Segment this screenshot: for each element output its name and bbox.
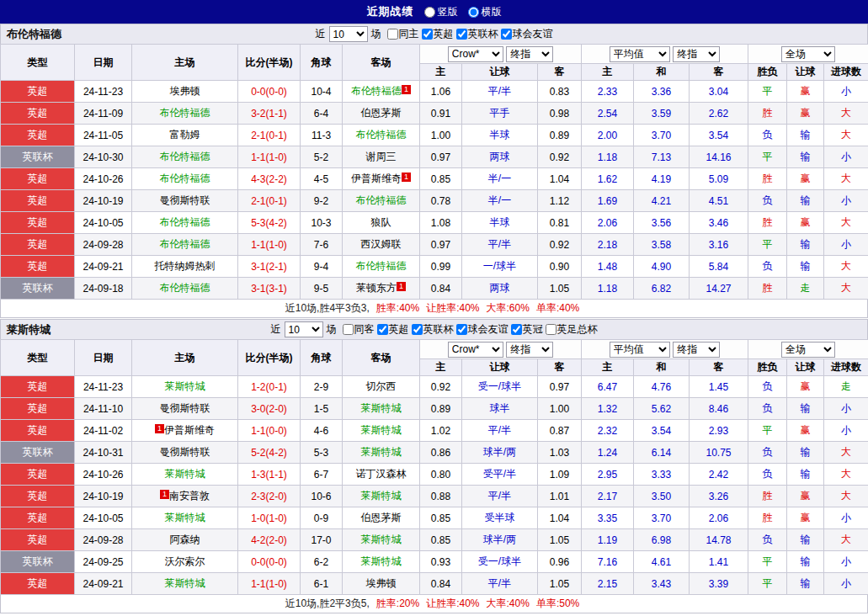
away-team[interactable]: 西汉姆联	[361, 238, 402, 250]
match-count-select[interactable]: 10	[285, 321, 323, 337]
away-team[interactable]: 狼队	[371, 216, 391, 228]
odds-handicap: 受一/球半	[462, 551, 538, 573]
league-filter[interactable]: 英超	[422, 27, 454, 41]
league-filter[interactable]: 英联杯	[412, 322, 454, 337]
result-handicap: 赢	[787, 168, 824, 190]
league-filter-checkbox[interactable]	[501, 29, 512, 40]
away-team[interactable]: 莱斯特城	[361, 446, 402, 458]
home-team[interactable]: 莱斯特城	[165, 468, 205, 480]
home-team[interactable]: 布伦特福德	[160, 216, 210, 228]
league-filter-checkbox[interactable]	[511, 324, 522, 335]
away-team-cell: 谢周三	[343, 146, 420, 168]
away-team[interactable]: 布伦特福德	[356, 260, 407, 272]
away-team[interactable]: 诺丁汉森林	[356, 468, 407, 480]
match-type: 英超	[1, 398, 75, 420]
odds-stage-select[interactable]: 终指	[506, 342, 553, 358]
league-badge: 英超	[28, 490, 48, 502]
away-team[interactable]: 埃弗顿	[366, 577, 397, 589]
result-handicap: 输	[787, 398, 824, 420]
odds-handicap: 受一/球半	[462, 376, 538, 398]
away-team[interactable]: 莱斯特城	[361, 490, 402, 502]
home-team[interactable]: 莱斯特城	[165, 577, 205, 589]
odds-company-select[interactable]: Crow*	[448, 46, 503, 62]
away-team[interactable]: 布伦特福德	[356, 194, 407, 206]
away-team[interactable]: 布伦特福德	[351, 85, 402, 97]
scope-select[interactable]: 全场	[781, 46, 835, 62]
away-team[interactable]: 莱顿东方	[356, 282, 397, 294]
scope-select[interactable]: 全场	[781, 342, 835, 358]
league-filter-checkbox[interactable]	[343, 324, 354, 335]
layout-option-vertical[interactable]: 竖版	[424, 5, 458, 19]
match-score: 0-0(0-0)	[238, 551, 301, 573]
league-filter[interactable]: 同客	[343, 322, 375, 337]
average-select[interactable]: 平均值	[610, 46, 670, 62]
match-count-select[interactable]: 10	[329, 26, 368, 42]
home-team[interactable]: 曼彻斯特联	[160, 194, 210, 206]
away-team[interactable]: 莱斯特城	[361, 424, 402, 436]
match-score: 1-1(1-0)	[238, 146, 301, 168]
home-team[interactable]: 埃弗顿	[170, 85, 200, 97]
league-filter[interactable]: 英冠	[511, 322, 543, 337]
league-filter[interactable]: 英足总杯	[546, 322, 598, 337]
away-team[interactable]: 布伦特福德	[356, 129, 407, 141]
odds-home: 0.85	[420, 168, 462, 190]
league-filter[interactable]: 球会友谊	[456, 322, 509, 337]
home-team-cell: 布伦特福德	[132, 278, 238, 300]
odds-stage-select[interactable]: 终指	[506, 46, 553, 62]
match-row: 英联杯 24-10-31 曼彻斯特联 5-2(4-2) 5-3 莱斯特城 0.8…	[1, 442, 868, 464]
away-team[interactable]: 莱斯特城	[361, 402, 402, 414]
col-header-score: 比分(半场)	[238, 340, 301, 376]
home-team[interactable]: 伊普斯维奇	[164, 424, 215, 436]
home-team[interactable]: 布伦特福德	[160, 107, 210, 119]
league-badge: 英超	[28, 194, 48, 206]
away-team-cell: 布伦特福德	[343, 190, 420, 212]
odds-company-select[interactable]: Crow*	[448, 342, 503, 358]
home-team[interactable]: 沃尔索尔	[165, 555, 205, 567]
away-team[interactable]: 伯恩茅斯	[361, 512, 402, 523]
league-filter[interactable]: 同主	[387, 27, 419, 41]
home-team[interactable]: 曼彻斯特联	[160, 402, 210, 414]
home-team[interactable]: 莱斯特城	[165, 512, 205, 523]
away-team[interactable]: 伊普斯维奇	[351, 173, 402, 184]
match-row: 英联杯 24-09-18 布伦特福德 3-1(3-1) 9-5 莱顿东方1 0.…	[1, 278, 868, 300]
league-filter-checkbox[interactable]	[377, 324, 388, 335]
home-team[interactable]: 富勒姆	[170, 129, 200, 141]
match-date: 24-11-10	[75, 398, 132, 420]
league-filter[interactable]: 英联杯	[456, 27, 498, 41]
home-team[interactable]: 布伦特福德	[160, 238, 210, 250]
home-team[interactable]: 莱斯特城	[165, 380, 205, 392]
match-date: 24-10-26	[75, 168, 132, 190]
home-team[interactable]: 布伦特福德	[160, 282, 210, 294]
horizontal-layout-radio[interactable]	[468, 7, 479, 18]
league-filter-checkbox[interactable]	[456, 29, 467, 40]
home-team[interactable]: 南安普敦	[169, 490, 210, 502]
away-team[interactable]: 莱斯特城	[361, 555, 402, 567]
vertical-layout-radio[interactable]	[424, 7, 435, 18]
league-filter[interactable]: 球会友谊	[501, 27, 553, 41]
average-select[interactable]: 平均值	[610, 342, 670, 358]
league-filter-checkbox[interactable]	[387, 29, 398, 40]
avg-away: 14.16	[690, 146, 748, 168]
away-team[interactable]: 莱斯特城	[361, 534, 402, 545]
away-team[interactable]: 谢周三	[366, 151, 397, 162]
home-team[interactable]: 阿森纳	[170, 534, 200, 545]
col-header-type: 类型	[1, 340, 75, 376]
match-type: 英超	[1, 81, 75, 103]
league-filter-checkbox[interactable]	[422, 29, 433, 40]
away-team[interactable]: 切尔西	[366, 380, 397, 392]
league-filter-checkbox[interactable]	[412, 324, 423, 335]
home-team[interactable]: 布伦特福德	[160, 151, 210, 162]
league-filter-checkbox[interactable]	[456, 324, 467, 335]
home-team[interactable]: 托特纳姆热刺	[155, 260, 216, 272]
away-team[interactable]: 伯恩茅斯	[361, 107, 402, 119]
home-team[interactable]: 曼彻斯特联	[160, 446, 210, 458]
average-stage-select[interactable]: 终指	[673, 46, 720, 62]
league-filter-checkbox[interactable]	[546, 324, 556, 335]
layout-option-horizontal[interactable]: 横版	[468, 5, 502, 19]
avg-away: 3.04	[690, 81, 748, 103]
average-stage-select[interactable]: 终指	[673, 342, 720, 358]
odds-home: 0.92	[420, 376, 462, 398]
home-team[interactable]: 布伦特福德	[160, 173, 210, 184]
avg-away: 14.27	[690, 278, 748, 300]
league-filter[interactable]: 英超	[377, 322, 409, 337]
